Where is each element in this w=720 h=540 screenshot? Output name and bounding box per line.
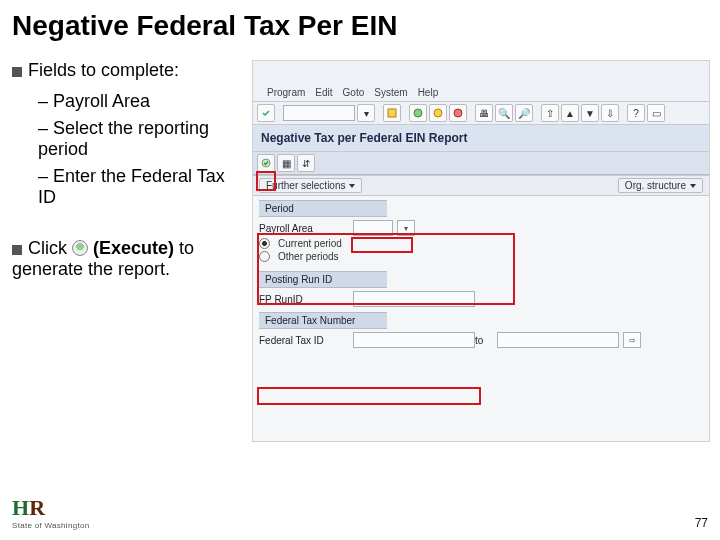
group-period-header: Period	[259, 200, 387, 217]
svg-point-1	[414, 109, 422, 117]
find-icon[interactable]: 🔍	[495, 104, 513, 122]
next-page-icon[interactable]: ▼	[581, 104, 599, 122]
row-other-periods: Other periods	[253, 250, 709, 263]
selection-bar: Further selections Org. structure	[253, 175, 709, 196]
page-number: 77	[695, 516, 708, 530]
report-title: Negative Tax per Federal EIN Report	[253, 125, 709, 152]
chevron-down-icon	[349, 184, 355, 188]
bullet-reporting-period: – Select the reporting period	[38, 118, 244, 160]
svg-rect-0	[388, 109, 396, 117]
layout-icon[interactable]: ▭	[647, 104, 665, 122]
to-label: to	[475, 335, 493, 346]
fed-tax-id-to-input[interactable]	[497, 332, 619, 348]
execute-icon	[72, 240, 88, 256]
svg-point-3	[454, 109, 462, 117]
org-structure-button[interactable]: Org. structure	[618, 178, 703, 193]
save-icon[interactable]	[383, 104, 401, 122]
row-payroll-area: Payroll Area ▾	[253, 219, 709, 237]
current-period-label: Current period	[278, 238, 342, 249]
radio-current-period[interactable]	[259, 238, 270, 249]
multiple-selection-icon[interactable]: ⇨	[623, 332, 641, 348]
menu-help[interactable]: Help	[418, 87, 439, 98]
group-posting-header: Posting Run ID	[259, 271, 387, 288]
sap-standard-toolbar: ▾ 🖶 🔍 🔎 ⇧ ▲ ▼ ⇩ ? ▭	[253, 102, 709, 125]
menu-edit[interactable]: Edit	[315, 87, 332, 98]
help-icon[interactable]: ?	[627, 104, 645, 122]
payroll-area-input[interactable]	[353, 220, 393, 236]
get-variant-icon[interactable]: ▦	[277, 154, 295, 172]
hr-logo: HR State of Washington	[12, 495, 89, 530]
svg-point-2	[434, 109, 442, 117]
further-selections-button[interactable]: Further selections	[259, 178, 362, 193]
logo-subtitle: State of Washington	[12, 521, 89, 530]
bullet-square	[12, 245, 22, 255]
sap-title-bar	[253, 61, 709, 83]
dropdown-icon[interactable]: ▾	[357, 104, 375, 122]
enter-icon[interactable]	[257, 104, 275, 122]
row-fp-runid: FP RunID	[253, 290, 709, 308]
sort-icon[interactable]: ⇵	[297, 154, 315, 172]
sap-screenshot: Program Edit Goto System Help ▾ 🖶 🔍	[252, 60, 710, 442]
execute-button[interactable]	[257, 154, 275, 172]
search-help-icon[interactable]: ▾	[397, 220, 415, 236]
first-page-icon[interactable]: ⇧	[541, 104, 559, 122]
last-page-icon[interactable]: ⇩	[601, 104, 619, 122]
command-field[interactable]	[283, 105, 355, 121]
fields-to-complete: Fields to complete:	[12, 60, 244, 81]
menu-program[interactable]: Program	[267, 87, 305, 98]
back-icon[interactable]	[409, 104, 427, 122]
payroll-area-label: Payroll Area	[259, 223, 349, 234]
fp-runid-label: FP RunID	[259, 294, 349, 305]
slide-title: Negative Federal Tax Per EIN	[12, 10, 710, 42]
cancel-icon[interactable]	[449, 104, 467, 122]
fed-tax-id-input[interactable]	[353, 332, 475, 348]
bullet-federal-tax-id: – Enter the Federal Tax ID	[38, 166, 244, 208]
bullet-payroll-area: – Payroll Area	[38, 91, 244, 112]
fed-tax-id-label: Federal Tax ID	[259, 335, 349, 346]
sap-menu-bar: Program Edit Goto System Help	[253, 83, 709, 102]
bullet-square	[12, 67, 22, 77]
sap-application-toolbar: ▦ ⇵	[253, 152, 709, 175]
fp-runid-input[interactable]	[353, 291, 475, 307]
print-icon[interactable]: 🖶	[475, 104, 493, 122]
exit-icon[interactable]	[429, 104, 447, 122]
chevron-down-icon	[690, 184, 696, 188]
menu-system[interactable]: System	[374, 87, 407, 98]
group-fedtax-header: Federal Tax Number	[259, 312, 387, 329]
highlight-fed-tax-id	[257, 387, 481, 405]
row-current-period: Current period	[253, 237, 709, 250]
menu-goto[interactable]: Goto	[343, 87, 365, 98]
row-fed-tax-id: Federal Tax ID to ⇨	[253, 331, 709, 349]
click-execute-instruction: Click (Execute) to generate the report.	[12, 238, 244, 280]
radio-other-periods[interactable]	[259, 251, 270, 262]
fields-to-complete-label: Fields to complete:	[28, 60, 179, 80]
find-next-icon[interactable]: 🔎	[515, 104, 533, 122]
other-periods-label: Other periods	[278, 251, 339, 262]
prev-page-icon[interactable]: ▲	[561, 104, 579, 122]
